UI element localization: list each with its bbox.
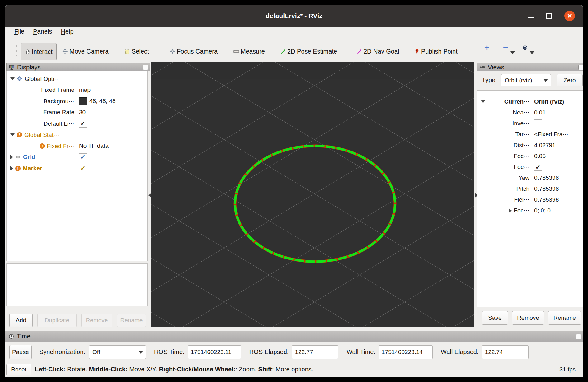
menu-panels[interactable]: Panels bbox=[33, 28, 52, 35]
property-value[interactable]: 4.02791 bbox=[534, 142, 556, 149]
display-row-global-stat[interactable]: !Global Stat⋯ bbox=[7, 129, 147, 140]
tree-value-cell bbox=[532, 118, 582, 129]
displays-panel-title: Displays bbox=[17, 64, 41, 71]
tool-select[interactable]: Select bbox=[125, 45, 149, 58]
views-row-foc-10[interactable]: Foc⋯0; 0; 0 bbox=[477, 205, 582, 216]
display-row-grid[interactable]: Grid✓ bbox=[7, 151, 147, 163]
displays-tree[interactable]: Global Opti⋯Fixed FramemapBackgrou⋯48; 4… bbox=[6, 71, 148, 261]
checkbox[interactable]: ✓ bbox=[79, 153, 87, 161]
views-row-pitch-8[interactable]: Pitch0.785398 bbox=[477, 183, 582, 194]
property-value[interactable]: 0; 0; 0 bbox=[534, 207, 551, 214]
views-row-yaw-7[interactable]: Yaw0.785398 bbox=[477, 172, 582, 183]
expander-down-icon[interactable] bbox=[481, 100, 485, 103]
time-float-button[interactable] bbox=[576, 334, 581, 339]
views-row-curren-0[interactable]: Curren⋯Orbit (rviz) bbox=[477, 96, 582, 107]
menu-file[interactable]: File bbox=[14, 28, 24, 35]
views-row-fiel-9[interactable]: Fiel⋯0.785398 bbox=[477, 194, 582, 205]
property-name: Tar⋯ bbox=[515, 131, 529, 138]
ros-time-field[interactable]: 1751460223.11 bbox=[188, 345, 241, 359]
property-value[interactable]: No TF data bbox=[79, 142, 109, 149]
tree-value-cell: ✓ bbox=[532, 161, 582, 172]
views-float-button[interactable] bbox=[578, 65, 583, 70]
zero-button[interactable]: Zero bbox=[557, 74, 583, 86]
tool-visibility-button[interactable] bbox=[522, 45, 528, 52]
displays-panel-header[interactable]: Displays bbox=[6, 63, 150, 71]
views-panel-header[interactable]: Views bbox=[477, 63, 583, 71]
rename-button: Rename bbox=[117, 314, 146, 327]
display-row-fixed-frame[interactable]: Fixed Framemap bbox=[7, 84, 147, 96]
displays-float-button[interactable] bbox=[143, 65, 148, 70]
display-row-fixed-fr[interactable]: !Fixed Fr⋯No TF data bbox=[7, 140, 147, 151]
property-value[interactable]: 0.785398 bbox=[534, 185, 559, 192]
3d-viewport[interactable] bbox=[151, 62, 474, 327]
tool-interact[interactable]: Interact bbox=[21, 43, 57, 60]
views-row-foc-5[interactable]: Foc⋯0.05 bbox=[477, 151, 582, 161]
display-row-backgrou[interactable]: Backgrou⋯48; 48; 48 bbox=[7, 96, 147, 107]
tool-visibility-dropdown-arrow[interactable] bbox=[530, 51, 534, 54]
checkbox[interactable]: ✓ bbox=[79, 120, 87, 128]
reset-button[interactable]: Reset bbox=[6, 364, 31, 375]
wall-elapsed-field[interactable]: 122.74 bbox=[482, 345, 529, 359]
views-row-nea-1[interactable]: Nea⋯0.01 bbox=[477, 107, 582, 118]
display-row-frame-rate[interactable]: Frame Rate30 bbox=[7, 107, 147, 118]
close-button[interactable]: ✕ bbox=[564, 11, 575, 21]
minimize-button[interactable] bbox=[528, 17, 534, 18]
views-row-dist-4[interactable]: Dist⋯4.02791 bbox=[477, 140, 582, 151]
sync-dropdown[interactable]: Off bbox=[89, 345, 146, 359]
remove-button[interactable]: Remove bbox=[512, 311, 544, 325]
toolbar: InteractMove CameraSelectFocus CameraMea… bbox=[5, 36, 583, 62]
tree-value-cell: ✓ bbox=[77, 163, 147, 174]
display-row-default-li[interactable]: Default Li⋯✓ bbox=[7, 118, 147, 129]
tool-label: Publish Point bbox=[421, 48, 458, 55]
tool-move-camera[interactable]: Move Camera bbox=[62, 45, 109, 58]
views-tree[interactable]: Curren⋯Orbit (rviz)Nea⋯0.01Inve⋯Tar⋯<Fix… bbox=[477, 90, 583, 307]
color-swatch[interactable] bbox=[79, 97, 87, 105]
tool-2d-pose-estimate[interactable]: 2D Pose Estimate bbox=[280, 45, 337, 58]
property-value[interactable]: 30 bbox=[79, 109, 86, 116]
pause-button[interactable]: Pause bbox=[9, 345, 32, 359]
views-row-inve-2[interactable]: Inve⋯ bbox=[477, 118, 582, 129]
views-row-tar-3[interactable]: Tar⋯<Fixed Fra⋯ bbox=[477, 129, 582, 140]
expander-down-icon[interactable] bbox=[10, 77, 15, 80]
property-value[interactable]: 0.785398 bbox=[534, 175, 559, 181]
view-type-dropdown[interactable]: Orbit (rviz) bbox=[501, 74, 551, 86]
rename-button[interactable]: Rename bbox=[548, 311, 581, 325]
views-row-foc-6[interactable]: Foc⋯✓ bbox=[477, 161, 582, 172]
add-button[interactable]: Add bbox=[9, 314, 33, 327]
menu-help[interactable]: Help bbox=[61, 28, 73, 35]
save-button[interactable]: Save bbox=[482, 311, 508, 325]
toolbar-drag-handle[interactable] bbox=[16, 44, 18, 56]
camera-icon bbox=[480, 64, 485, 70]
hint-segment: : Zoom. bbox=[235, 366, 258, 373]
expander-right-icon[interactable] bbox=[10, 155, 13, 159]
remove-tool-button[interactable]: − bbox=[503, 43, 508, 53]
tool-2d-nav-goal[interactable]: 2D Nav Goal bbox=[356, 45, 399, 58]
tool-publish-point[interactable]: Publish Point bbox=[414, 45, 458, 58]
title-bar[interactable]: default.rviz* - RViz ✕ bbox=[5, 5, 583, 27]
display-row-marker[interactable]: !Marker✓ bbox=[7, 163, 147, 174]
display-row-global-opti[interactable]: Global Opti⋯ bbox=[7, 73, 147, 84]
expander-right-icon[interactable] bbox=[10, 166, 13, 170]
property-value[interactable]: 0.05 bbox=[534, 153, 546, 160]
time-panel-header[interactable]: Time bbox=[5, 331, 583, 342]
tool-label: Interact bbox=[32, 48, 53, 55]
checkbox[interactable] bbox=[534, 119, 542, 127]
maximize-button[interactable] bbox=[546, 13, 552, 19]
ros-elapsed-field[interactable]: 122.77 bbox=[292, 345, 338, 359]
property-value[interactable]: Orbit (rviz) bbox=[534, 98, 564, 105]
tool-focus-camera[interactable]: Focus Camera bbox=[170, 45, 218, 58]
tree-label-cell: Tar⋯ bbox=[477, 129, 532, 140]
checkbox[interactable]: ✓ bbox=[534, 163, 542, 171]
expander-down-icon[interactable] bbox=[10, 133, 15, 136]
property-value[interactable]: <Fixed Fra⋯ bbox=[534, 131, 568, 138]
property-value[interactable]: map bbox=[79, 86, 91, 93]
property-value[interactable]: 48; 48; 48 bbox=[89, 98, 116, 105]
add-tool-button[interactable]: + bbox=[484, 43, 489, 53]
property-value[interactable]: 0.785398 bbox=[534, 196, 559, 203]
remove-tool-dropdown-arrow[interactable] bbox=[510, 51, 515, 54]
expander-right-icon[interactable] bbox=[509, 208, 512, 213]
wall-time-field[interactable]: 1751460223.14 bbox=[379, 345, 433, 359]
property-value[interactable]: 0.01 bbox=[534, 109, 546, 116]
tool-measure[interactable]: Measure bbox=[233, 45, 265, 58]
checkbox[interactable]: ✓ bbox=[79, 165, 87, 172]
